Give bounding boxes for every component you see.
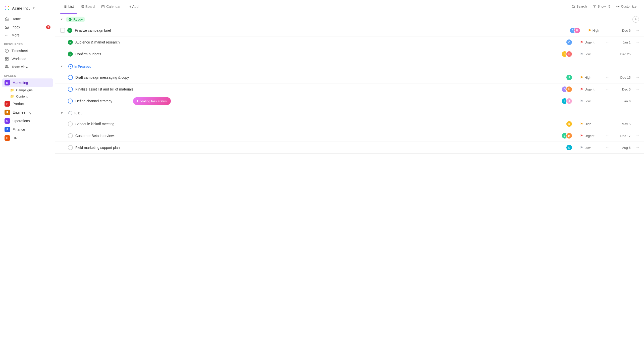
svg-rect-23: [102, 5, 104, 8]
more-icon: [5, 33, 9, 37]
status-done-icon: [67, 28, 72, 33]
todo-circle: [68, 111, 72, 115]
svg-rect-19: [81, 5, 82, 6]
task-dots-btn[interactable]: ···: [605, 145, 610, 150]
space-operations[interactable]: O Operations: [2, 117, 53, 125]
avatar: E: [566, 51, 572, 57]
nav-home[interactable]: Home: [2, 15, 53, 23]
nav-more-label: More: [12, 33, 20, 37]
nav-more[interactable]: More: [2, 31, 53, 39]
tab-board-label: Board: [85, 5, 95, 9]
avatar: N: [566, 144, 572, 151]
nav-inbox[interactable]: Inbox 9: [2, 23, 53, 31]
task-more-btn[interactable]: ···: [636, 145, 639, 150]
tab-add[interactable]: + Add: [127, 3, 141, 10]
svg-rect-8: [5, 57, 7, 59]
task-dots-btn[interactable]: ···: [605, 87, 610, 92]
task-avatars: A B: [569, 27, 580, 34]
task-dots-btn[interactable]: ···: [605, 75, 610, 80]
nav-team-view[interactable]: Team view: [2, 63, 53, 71]
search-button[interactable]: Search: [569, 3, 589, 10]
search-label: Search: [576, 5, 587, 8]
priority-flag-icon: ⚑: [580, 122, 583, 126]
task-avatars: L M: [561, 132, 572, 139]
space-engineering[interactable]: E Engineering: [2, 108, 53, 117]
task-due-date: Jan 6: [613, 99, 631, 103]
nav-inbox-label: Inbox: [12, 25, 20, 29]
tab-board[interactable]: Board: [77, 3, 98, 10]
task-priority: ⚑ Urgent: [580, 134, 603, 138]
task-more-btn[interactable]: ···: [636, 99, 639, 103]
space-engineering-dot: E: [5, 110, 10, 115]
nav-team-view-label: Team view: [12, 65, 28, 69]
add-ready-task-btn[interactable]: +: [632, 16, 639, 23]
spaces-section: M Marketing 📁 Campaigns 📁 Content P Prod…: [0, 78, 55, 142]
space-product[interactable]: P Product: [2, 100, 53, 108]
task-due-date: Dec 5: [613, 87, 631, 91]
nav-workload[interactable]: Workload: [2, 55, 53, 63]
task-dots-btn[interactable]: ···: [605, 133, 610, 138]
task-row[interactable]: Confirm budgets D E ⚑ Low ··· Dec 25 ···: [55, 48, 644, 60]
space-finance-dot: F: [5, 127, 10, 132]
task-dots-btn[interactable]: ···: [605, 52, 610, 56]
customize-icon: [616, 5, 620, 8]
task-row[interactable]: Customer Beta interviews L M ⚑ Urgent ··…: [55, 130, 644, 142]
tab-list[interactable]: List: [60, 3, 77, 10]
group-ready-header[interactable]: ▼ Ready +: [55, 13, 644, 25]
space-finance[interactable]: F Finance: [2, 125, 53, 134]
folder-icon: 📁: [10, 88, 14, 92]
sub-campaigns[interactable]: 📁 Campaigns: [2, 87, 53, 93]
svg-point-12: [6, 65, 7, 67]
svg-rect-11: [5, 59, 7, 60]
task-more-btn[interactable]: ···: [636, 133, 639, 138]
group-todo-header[interactable]: ▼ To Do: [55, 107, 644, 118]
task-row[interactable]: Schedule kickoff meeting K ⚑ High ··· Ma…: [55, 118, 644, 130]
space-marketing[interactable]: M Marketing: [2, 78, 53, 87]
inbox-badge: 9: [46, 25, 50, 29]
task-due-date: Aug 6: [613, 146, 631, 150]
task-dots-btn[interactable]: ···: [605, 99, 610, 103]
space-hr[interactable]: H HR: [2, 134, 53, 142]
task-priority: ⚑ High: [580, 75, 603, 79]
group-inprogress-header[interactable]: ▼ In Progress: [55, 60, 644, 72]
home-icon: [5, 17, 9, 21]
task-row[interactable]: Finalize asset list and bill of material…: [55, 83, 644, 95]
svg-rect-22: [81, 7, 82, 8]
task-more-btn[interactable]: ···: [636, 75, 639, 80]
task-more-btn[interactable]: ···: [636, 40, 639, 44]
task-more-btn[interactable]: ···: [636, 52, 639, 56]
nav-workload-label: Workload: [12, 57, 26, 61]
task-dots-btn[interactable]: ···: [605, 40, 610, 44]
customize-button[interactable]: Customize: [614, 3, 639, 10]
task-dots-btn[interactable]: ···: [605, 122, 610, 126]
show-button[interactable]: Show · 5: [590, 3, 613, 10]
task-more-btn[interactable]: ···: [636, 87, 639, 92]
task-row[interactable]: Audience & market research C ⚑ Urgent ··…: [55, 36, 644, 48]
status-progress-icon: [68, 75, 73, 80]
task-row[interactable]: Draft campaign messaging & copy F ⚑ High…: [55, 72, 644, 83]
folder-icon-2: 📁: [10, 95, 14, 98]
status-todo-icon: [68, 145, 73, 150]
svg-point-2: [5, 9, 6, 10]
tab-divider: [125, 4, 125, 9]
status-progress-icon: [68, 87, 73, 92]
avatar: J: [566, 98, 572, 104]
nav-timesheet[interactable]: Timesheet: [2, 47, 53, 55]
team-icon: [5, 65, 9, 69]
app-logo[interactable]: Acme Inc. ▼: [0, 3, 55, 15]
workload-icon: [5, 57, 9, 61]
task-name: Audience & market research: [75, 40, 563, 44]
task-more-btn[interactable]: ···: [636, 28, 639, 33]
nav-home-label: Home: [12, 17, 21, 21]
task-row[interactable]: Define channel strategy Updating task st…: [55, 95, 644, 107]
sub-content[interactable]: 📁 Content: [2, 93, 53, 100]
task-priority: ⚑ Urgent: [580, 87, 603, 91]
task-more-btn[interactable]: ···: [636, 122, 639, 126]
svg-point-6: [6, 35, 6, 35]
tab-calendar[interactable]: Calendar: [98, 3, 124, 10]
task-checkbox[interactable]: [60, 28, 65, 33]
task-row[interactable]: Finalize campaign brief A B ⚑ High Dec 6…: [55, 25, 644, 36]
task-row[interactable]: Field marketing support plan N ⚑ Low ···…: [55, 142, 644, 154]
inprogress-caret: ▼: [60, 65, 63, 68]
task-avatars: N: [566, 144, 572, 151]
